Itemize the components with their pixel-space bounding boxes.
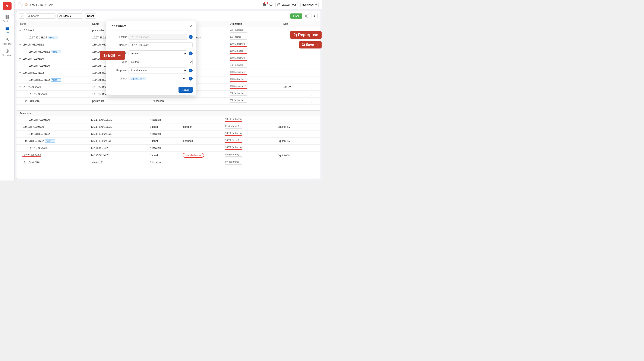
- sidebar-toggle[interactable]: ›: [18, 2, 23, 7]
- tenant-label: netris@All: [302, 3, 314, 6]
- breadcrumb-net[interactable]: Net: [40, 3, 44, 6]
- purpose-td: [180, 131, 223, 138]
- prefix-info-icon[interactable]: i: [189, 35, 192, 39]
- prefix-td: 139.178.68.201/32hosts →: [16, 48, 90, 55]
- svg-text:N: N: [6, 4, 8, 8]
- purpose-cell: common: [182, 125, 192, 128]
- sidebar-item-accounts[interactable]: Accounts: [0, 36, 14, 47]
- table-row: 192.168.0.0/16 private-192 Allocation 0%…: [16, 98, 320, 105]
- actions-td: [308, 116, 320, 124]
- site-td: Equinix-SV: [276, 124, 308, 131]
- expand-btn[interactable]: ▼: [18, 86, 22, 88]
- app-logo[interactable]: N: [3, 2, 12, 10]
- more-button[interactable]: ⋮: [310, 99, 314, 103]
- sidebar-label-telescope: Telescope: [2, 54, 12, 56]
- reset-button[interactable]: Reset: [85, 14, 96, 19]
- site-filter[interactable]: All Sites ▾: [58, 14, 83, 19]
- type-row: Type* Subnet: [110, 59, 192, 65]
- download-button[interactable]: [312, 13, 318, 19]
- sidebar-item-telescope[interactable]: Telescope: [0, 47, 14, 58]
- add-button[interactable]: + Add: [290, 14, 302, 19]
- prefix-value: 139.178.68.201/32: [22, 43, 44, 46]
- hosts-tag[interactable]: hosts →: [48, 36, 58, 39]
- prefix-td: 139.178.70.196/30: [16, 124, 88, 131]
- more-button[interactable]: ⋮: [310, 92, 314, 96]
- col-prefix: Prefix: [16, 21, 90, 27]
- name-td: 139.178.70.196/30: [88, 124, 148, 131]
- site-td: [281, 98, 308, 105]
- svg-rect-13: [278, 4, 278, 4]
- svg-rect-7: [6, 29, 9, 30]
- type-td: Allocation: [148, 159, 180, 166]
- more-button[interactable]: ⋮: [310, 139, 314, 143]
- prefix-td: ▼147.75.90.64/28: [16, 84, 90, 91]
- bottom-table-wrap: 139.178.70.196/30 139.178.70.196/30 Allo…: [16, 116, 320, 178]
- net-icon: [5, 26, 10, 31]
- prefix-label: Prefix*: [110, 36, 127, 39]
- tenant-selector[interactable]: netris@All ▾: [300, 2, 318, 7]
- sidebar-item-net[interactable]: Net: [0, 24, 14, 36]
- name-input[interactable]: [128, 42, 192, 48]
- hosts-tag[interactable]: hosts →: [45, 140, 55, 143]
- type-select[interactable]: Subnet: [129, 59, 192, 65]
- modal-header: Edit Subnet ✕: [106, 21, 196, 31]
- actions-td: ⋮: [308, 91, 320, 98]
- table-row: 139.178.89.241/32 139.178.89.241/32 Allo…: [16, 131, 320, 138]
- more-button[interactable]: ⋮: [310, 161, 314, 164]
- ipam-toolbar: ✕ All Sites ▾ Reset + Add: [16, 11, 320, 21]
- expand-btn[interactable]: ▼: [18, 44, 22, 46]
- site-filter-label: All Sites: [59, 15, 68, 18]
- site-td: [281, 27, 308, 34]
- more-button[interactable]: ⋮: [310, 154, 314, 157]
- columns-button[interactable]: [304, 13, 310, 19]
- topbar-right: 11 Last 24 hour netris@All ▾: [262, 2, 318, 7]
- tenant-select[interactable]: Admin: [129, 51, 187, 56]
- notification-button[interactable]: 11: [262, 3, 266, 7]
- save-button[interactable]: Save: [178, 87, 192, 93]
- more-button[interactable]: ⋮: [310, 125, 314, 129]
- prefix-td: ▼10.0.0.0/8: [16, 27, 90, 34]
- type-label: Type*: [110, 61, 127, 64]
- refresh-button[interactable]: [269, 2, 273, 7]
- expand-btn[interactable]: ▼: [18, 58, 22, 60]
- purpose-pill: load-balancer: [182, 153, 204, 158]
- site-tag-equinix: Equinix-SV ✕: [130, 77, 146, 80]
- more-button[interactable]: ⋮: [310, 85, 314, 89]
- prefix-value: 192.168.0.0/16: [22, 100, 40, 103]
- sidebar-label-accounts: Accounts: [3, 43, 12, 45]
- svg-rect-18: [307, 15, 308, 17]
- time-range-label: Last 24 hour: [282, 3, 296, 6]
- sites-select[interactable]: [147, 77, 186, 80]
- actions-td: [308, 70, 320, 77]
- breadcrumb-netris[interactable]: Netris: [30, 3, 38, 6]
- site-tag-close[interactable]: ✕: [143, 78, 145, 80]
- tenant-info-icon[interactable]: i: [189, 52, 192, 55]
- sidebar-item-services[interactable]: Services: [0, 13, 14, 24]
- accounts-icon: [5, 37, 10, 42]
- home-icon: 🏠: [24, 3, 28, 6]
- services-icon: [5, 15, 10, 20]
- prefix-input[interactable]: [128, 34, 187, 40]
- actions-td: [308, 62, 320, 70]
- modal-footer: Save: [106, 85, 196, 95]
- util-td: 0% (subnets): [228, 98, 281, 105]
- expand-btn[interactable]: ▼: [18, 30, 22, 32]
- sites-tags-wrap: Equinix-SV ✕: [128, 76, 187, 81]
- modal-close-button[interactable]: ✕: [190, 24, 192, 28]
- sites-info-icon[interactable]: i: [189, 77, 192, 81]
- search-input[interactable]: [31, 15, 52, 18]
- site-td: ..ix-SV: [281, 84, 308, 91]
- actions-td: [308, 27, 320, 34]
- purpose-select[interactable]: load-balancer common loopback management: [129, 68, 187, 73]
- util-td: 100% (subnets): [223, 131, 276, 138]
- close-button[interactable]: ✕: [19, 14, 24, 19]
- hosts-tag[interactable]: hosts →: [50, 50, 61, 53]
- purpose-info-icon[interactable]: i: [189, 69, 192, 72]
- hosts-tag[interactable]: hosts →: [50, 78, 61, 82]
- prefix-value: 139.178.89.241/32: [22, 71, 44, 74]
- purpose-td: [180, 159, 223, 166]
- prefix-value: 147.75.90.64/28: [22, 154, 41, 157]
- time-range-selector[interactable]: Last 24 hour: [276, 2, 298, 7]
- expand-btn[interactable]: ▼: [18, 72, 22, 74]
- breadcrumb-ipam[interactable]: IPAM: [47, 3, 54, 6]
